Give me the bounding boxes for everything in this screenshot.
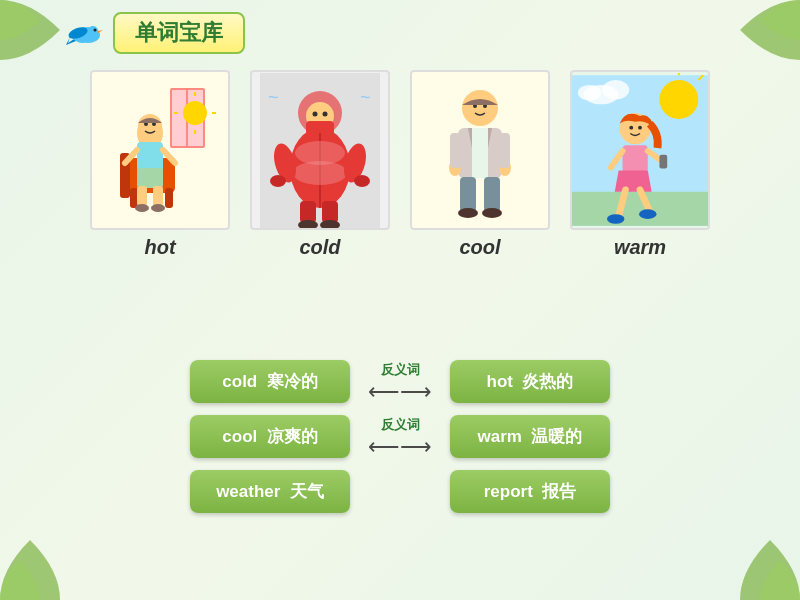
vocab-row-1: cold 寒冷的 反义词 ⟵⟶ hot 炎热的	[100, 360, 700, 403]
card-label-hot: hot	[144, 236, 175, 259]
svg-marker-4	[98, 30, 103, 33]
arrow-label-1: 反义词	[381, 361, 420, 379]
card-warm: warm	[570, 70, 710, 259]
card-label-cool: cool	[459, 236, 500, 259]
cards-row: hot	[80, 70, 720, 259]
svg-point-2	[88, 26, 98, 36]
vocab-pill-hot: hot 炎热的	[450, 360, 610, 403]
vocab-pill-cold: cold 寒冷的	[190, 360, 350, 403]
vocab-pill-weather: weather 天气	[190, 470, 350, 513]
corner-decoration-tr	[740, 0, 800, 60]
svg-marker-78	[615, 170, 652, 191]
card-hot: hot	[90, 70, 230, 259]
svg-rect-63	[484, 177, 500, 212]
svg-rect-26	[153, 186, 163, 206]
svg-point-34	[313, 111, 318, 116]
vocab-section: cold 寒冷的 反义词 ⟵⟶ hot 炎热的 cool 凉爽的 反义词 ⟵⟶ …	[100, 360, 700, 525]
svg-point-28	[151, 204, 165, 212]
svg-point-68	[659, 80, 698, 119]
svg-point-44	[354, 175, 370, 187]
card-label-cold: cold	[299, 236, 340, 259]
arrow-label-box-2: 反义词 ⟵⟶	[350, 416, 450, 458]
svg-rect-60	[450, 133, 462, 168]
svg-rect-57	[472, 128, 488, 178]
card-cool: cool	[410, 70, 550, 259]
svg-point-40	[293, 161, 347, 185]
svg-point-75	[629, 125, 633, 129]
svg-rect-25	[137, 186, 147, 206]
arrow-label-box-1: 反义词 ⟵⟶	[350, 361, 450, 403]
svg-point-51	[462, 90, 498, 126]
vocab-pill-cool: cool 凉爽的	[190, 415, 350, 458]
vocab-row-2: cool 凉爽的 反义词 ⟵⟶ warm 温暖的	[100, 415, 700, 458]
svg-point-85	[639, 209, 656, 219]
header: 单词宝库	[60, 12, 245, 54]
svg-text:~: ~	[268, 87, 279, 107]
svg-point-65	[482, 208, 502, 218]
corner-decoration-tl	[0, 0, 60, 60]
vocab-row-3: weather 天气 report 报告	[100, 470, 700, 513]
svg-rect-45	[300, 201, 316, 223]
svg-rect-81	[659, 154, 667, 168]
svg-rect-23	[137, 142, 163, 172]
svg-rect-8	[172, 90, 186, 146]
svg-point-20	[138, 114, 162, 138]
double-arrow-2: ⟵⟶	[368, 436, 432, 458]
svg-point-43	[270, 175, 286, 187]
svg-rect-24	[137, 168, 163, 188]
svg-text:~: ~	[360, 87, 371, 107]
svg-rect-18	[130, 188, 138, 208]
card-label-warm: warm	[614, 236, 666, 259]
bird-icon	[60, 13, 105, 53]
svg-point-72	[602, 80, 629, 99]
corner-decoration-bl	[0, 540, 60, 600]
svg-point-84	[607, 214, 624, 224]
svg-rect-17	[165, 188, 173, 208]
card-image-cool	[410, 70, 550, 230]
svg-rect-62	[460, 177, 476, 212]
arrow-label-2: 反义词	[381, 416, 420, 434]
svg-point-27	[135, 204, 149, 212]
header-title: 单词宝库	[113, 12, 245, 54]
svg-point-73	[578, 84, 601, 100]
svg-point-64	[458, 208, 478, 218]
card-image-hot	[90, 70, 230, 230]
vocab-pill-report: report 报告	[450, 470, 610, 513]
svg-rect-77	[623, 145, 648, 172]
svg-point-3	[94, 29, 97, 32]
corner-decoration-br	[740, 540, 800, 600]
card-cold: ~ ~ cold	[250, 70, 390, 259]
double-arrow-1: ⟵⟶	[368, 381, 432, 403]
vocab-pill-warm: warm 温暖的	[450, 415, 610, 458]
svg-point-35	[323, 111, 328, 116]
svg-point-10	[183, 101, 207, 125]
svg-point-76	[638, 125, 642, 129]
svg-rect-61	[498, 133, 510, 168]
svg-rect-46	[322, 201, 338, 223]
card-image-cold: ~ ~	[250, 70, 390, 230]
card-image-warm	[570, 70, 710, 230]
